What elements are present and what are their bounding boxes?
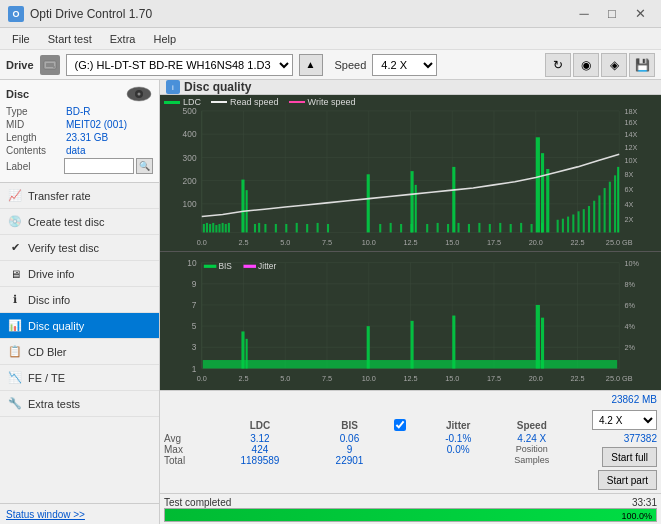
speed-select[interactable]: 4.2 X <box>372 54 437 76</box>
mid-value: MEIT02 (001) <box>66 119 153 130</box>
svg-rect-145 <box>203 361 617 369</box>
nav-disc-info[interactable]: ℹ Disc info <box>0 287 159 313</box>
svg-rect-84 <box>499 223 501 233</box>
chart-title-icon: i <box>166 80 180 94</box>
label-search-button[interactable]: 🔍 <box>136 158 153 174</box>
samples-value: 377382 <box>624 433 657 444</box>
svg-rect-66 <box>306 224 308 232</box>
ldc-col-header: LDC <box>215 419 305 433</box>
status-window-button[interactable]: Status window >> <box>6 509 85 520</box>
sidebar: Disc Type BD-R MID MEIT02 (001) Length <box>0 80 160 524</box>
svg-rect-70 <box>379 224 381 232</box>
svg-rect-101 <box>604 188 606 232</box>
svg-text:12.5: 12.5 <box>403 238 417 247</box>
ldc-legend-label: LDC <box>183 97 201 107</box>
svg-rect-92 <box>557 220 559 233</box>
progress-section: Test completed 33:31 100.0% <box>160 493 661 524</box>
start-full-button[interactable]: Start full <box>602 447 657 467</box>
svg-rect-94 <box>567 217 569 233</box>
eject-button[interactable]: ▲ <box>299 54 323 76</box>
bis-avg: 0.06 <box>305 433 395 444</box>
svg-text:25.0 GB: 25.0 GB <box>606 375 633 384</box>
svg-point-5 <box>138 93 141 96</box>
label-input[interactable] <box>64 158 134 174</box>
ldc-legend-color <box>164 101 180 104</box>
menubar: File Start test Extra Help <box>0 28 661 50</box>
svg-rect-103 <box>614 175 616 232</box>
nav-create-test-disc[interactable]: 💿 Create test disc <box>0 209 159 235</box>
menu-file[interactable]: File <box>4 31 38 47</box>
nav-disc-quality[interactable]: 📊 Disc quality <box>0 313 159 339</box>
svg-rect-69 <box>367 174 370 232</box>
disc-contents-row: Contents data <box>6 145 153 156</box>
maximize-button[interactable]: □ <box>599 4 625 24</box>
svg-point-2 <box>53 66 55 68</box>
disc-icons <box>125 86 153 102</box>
svg-text:2%: 2% <box>624 344 635 353</box>
nav-transfer-rate[interactable]: 📈 Transfer rate <box>0 183 159 209</box>
main-area: Disc Type BD-R MID MEIT02 (001) Length <box>0 80 661 524</box>
samples-value-row: 377382 <box>624 433 657 444</box>
svg-text:10.0: 10.0 <box>362 238 376 247</box>
progress-bar: 100.0% <box>164 508 657 522</box>
svg-text:2.5: 2.5 <box>238 375 248 384</box>
svg-rect-147 <box>246 339 248 369</box>
start-part-button[interactable]: Start part <box>598 470 657 490</box>
svg-text:12.5: 12.5 <box>403 375 417 384</box>
top-legend: LDC Read speed Write speed <box>164 97 355 107</box>
svg-text:7.5: 7.5 <box>322 375 332 384</box>
svg-rect-65 <box>296 223 298 233</box>
svg-text:20.0: 20.0 <box>529 238 543 247</box>
svg-text:4%: 4% <box>624 323 635 332</box>
jitter-checkbox[interactable] <box>394 419 406 431</box>
stats-total-row: Total 1189589 22901 Samples <box>164 455 567 466</box>
stats-area: LDC BIS Jitter Speed Avg 3.12 0.06 -0.1% <box>160 390 661 493</box>
stats-avg-row: Avg 3.12 0.06 -0.1% 4.24 X <box>164 433 567 444</box>
verify-test-disc-icon: ✔ <box>8 241 22 255</box>
sidebar-bottom: Status window >> <box>0 503 159 524</box>
titlebar: O Opti Drive Control 1.70 ─ □ ✕ <box>0 0 661 28</box>
svg-rect-91 <box>546 169 549 232</box>
nav-fe-te[interactable]: 📉 FE / TE <box>0 365 159 391</box>
samples-label: Samples <box>497 455 567 466</box>
toolbar-btn-4[interactable]: 💾 <box>629 53 655 77</box>
drive-select[interactable]: (G:) HL-DT-ST BD-RE WH16NS48 1.D3 <box>66 54 293 76</box>
svg-rect-149 <box>411 321 414 369</box>
disc-icon <box>125 86 153 102</box>
svg-rect-150 <box>452 316 455 369</box>
svg-text:10%: 10% <box>624 259 639 268</box>
nav-items: 📈 Transfer rate 💿 Create test disc ✔ Ver… <box>0 183 159 503</box>
stats-table: LDC BIS Jitter Speed Avg 3.12 0.06 -0.1% <box>164 419 567 466</box>
svg-rect-75 <box>415 185 417 233</box>
svg-text:400: 400 <box>183 129 197 139</box>
nav-cd-bler[interactable]: 📋 CD Bler <box>0 339 159 365</box>
write-speed-legend-item: Write speed <box>289 97 356 107</box>
progress-row: Test completed 33:31 <box>164 497 657 508</box>
nav-extra-tests[interactable]: 🔧 Extra tests <box>0 391 159 417</box>
svg-rect-71 <box>390 223 392 233</box>
toolbar-btn-2[interactable]: ◉ <box>573 53 599 77</box>
ldc-avg: 3.12 <box>215 433 305 444</box>
svg-rect-77 <box>437 223 439 233</box>
svg-text:100: 100 <box>183 199 197 209</box>
menu-help[interactable]: Help <box>145 31 184 47</box>
svg-rect-96 <box>578 211 580 232</box>
toolbar-btn-1[interactable]: ↻ <box>545 53 571 77</box>
app-title: Opti Drive Control 1.70 <box>30 7 152 21</box>
svg-rect-53 <box>215 225 217 232</box>
speed-select-2[interactable]: 4.2 X <box>592 410 657 430</box>
menu-start-test[interactable]: Start test <box>40 31 100 47</box>
nav-drive-info-label: Drive info <box>28 268 74 280</box>
toolbar-btn-3[interactable]: ◈ <box>601 53 627 77</box>
svg-rect-82 <box>478 223 480 233</box>
svg-text:15.0: 15.0 <box>445 238 459 247</box>
nav-drive-info[interactable]: 🖥 Drive info <box>0 261 159 287</box>
minimize-button[interactable]: ─ <box>571 4 597 24</box>
nav-verify-test-disc[interactable]: ✔ Verify test disc <box>0 235 159 261</box>
svg-text:8X: 8X <box>624 170 633 179</box>
disc-mid-row: MID MEIT02 (001) <box>6 119 153 130</box>
menu-extra[interactable]: Extra <box>102 31 144 47</box>
read-speed-legend-item: Read speed <box>211 97 279 107</box>
svg-text:17.5: 17.5 <box>487 238 501 247</box>
close-button[interactable]: ✕ <box>627 4 653 24</box>
